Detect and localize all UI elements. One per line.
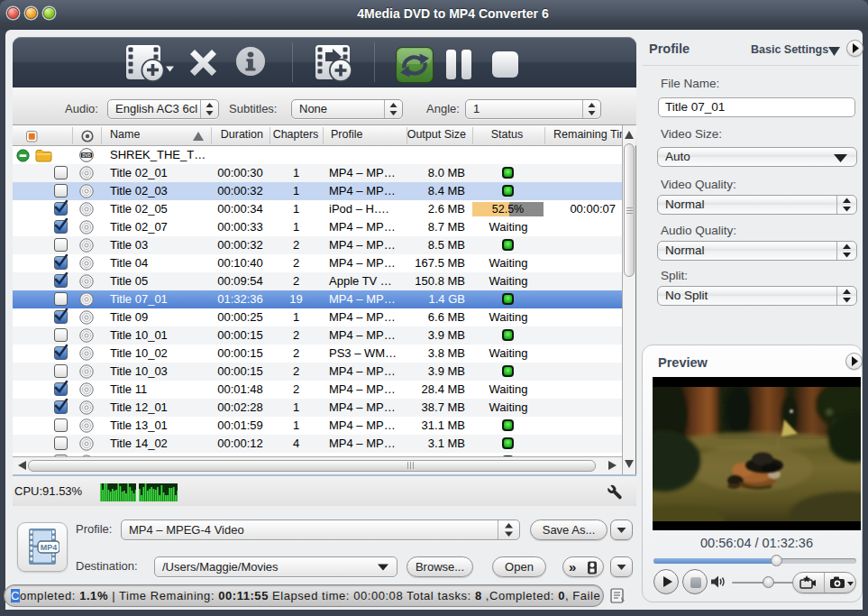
svg-text:MP4: MP4: [41, 543, 58, 552]
svg-text:DVD: DVD: [82, 153, 91, 158]
